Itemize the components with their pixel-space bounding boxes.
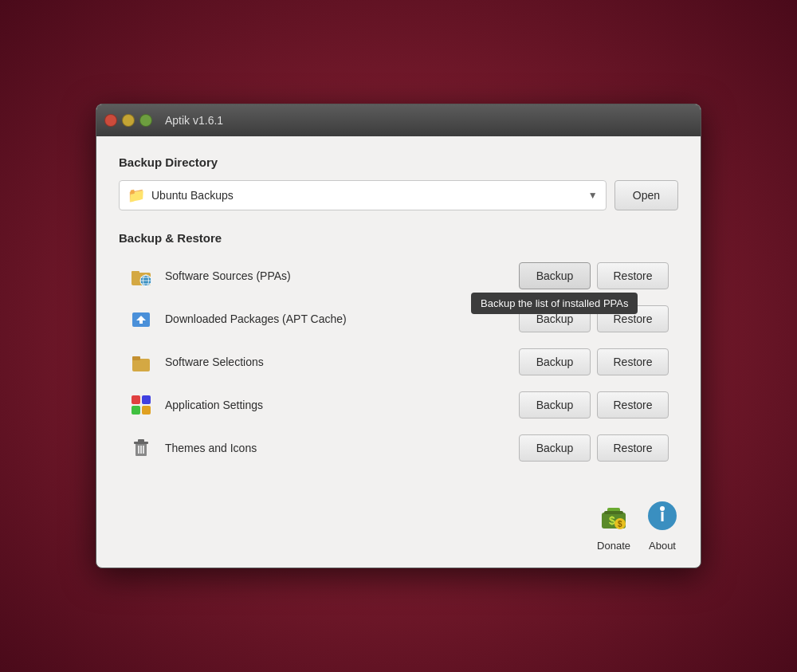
downloaded-packages-label: Downloaded Packages (APT Cache) [165,312,519,325]
software-selections-label: Software Selections [165,356,519,368]
svg-rect-14 [132,406,140,415]
application-settings-restore-button[interactable]: Restore [597,391,669,419]
list-item: Downloaded Packages (APT Cache) Backup R… [119,299,678,339]
svg-rect-15 [142,406,151,415]
svg-rect-10 [132,359,150,371]
minimize-button[interactable] [122,114,135,127]
donate-icon: $ $ [598,500,630,536]
svg-rect-11 [132,356,140,360]
themes-icons-buttons: Backup Restore [519,434,669,462]
application-settings-icon [128,392,154,418]
list-item: Software Sources (PPAs) Backup Backup th… [119,256,678,296]
chevron-down-icon: ▼ [588,190,598,201]
software-selections-restore-button[interactable]: Restore [597,348,669,375]
list-item: Themes and Icons Backup Restore [119,428,678,468]
window-title: Aptik v1.6.1 [165,114,223,127]
svg-point-30 [660,506,665,511]
donate-label: Donate [597,540,630,552]
downloaded-packages-restore-button[interactable]: Restore [597,305,669,332]
software-sources-icon [128,263,154,289]
titlebar: Aptik v1.6.1 [96,104,701,136]
content-area: Backup Directory 📁 Ubuntu Backups ▼ Open… [96,136,701,487]
backup-directory-row: 📁 Ubuntu Backups ▼ Open [119,180,678,210]
backup-restore-title: Backup & Restore [119,231,678,245]
svg-text:$: $ [618,520,622,529]
application-settings-buttons: Backup Restore [519,391,669,419]
downloaded-packages-backup-button[interactable]: Backup [519,305,591,332]
about-label: About [649,540,676,552]
donate-button[interactable]: $ $ Donate [597,500,630,552]
svg-rect-13 [142,395,151,404]
software-selections-buttons: Backup Restore [519,348,669,375]
items-list: Software Sources (PPAs) Backup Backup th… [119,256,678,468]
svg-rect-1 [132,271,139,274]
folder-icon: 📁 [128,187,145,204]
backup-directory-title: Backup Directory [119,155,678,169]
dropdown-value: Ubuntu Backups [151,189,588,202]
downloaded-packages-icon [128,306,154,332]
software-sources-backup-button[interactable]: Backup [519,262,591,289]
themes-icons-restore-button[interactable]: Restore [597,434,669,462]
software-sources-label: Software Sources (PPAs) [165,269,519,282]
downloaded-packages-buttons: Backup Restore [519,305,669,332]
about-icon: i [646,500,678,536]
about-button[interactable]: i About [646,500,678,552]
svg-rect-12 [132,395,140,404]
application-settings-label: Application Settings [165,399,519,411]
application-settings-backup-button[interactable]: Backup [519,391,591,419]
software-sources-buttons: Backup Backup the list of installed PPAs… [519,262,669,289]
open-button[interactable]: Open [614,180,678,210]
software-sources-restore-button[interactable]: Restore [597,262,669,289]
titlebar-buttons [104,114,152,127]
svg-text:$: $ [609,514,615,527]
themes-icons-backup-button[interactable]: Backup [519,434,591,462]
maximize-button[interactable] [139,114,152,127]
themes-icons-icon [128,435,154,461]
list-item: Application Settings Backup Restore [119,385,678,425]
themes-icons-label: Themes and Icons [165,442,519,454]
close-button[interactable] [104,114,117,127]
footer: $ $ Donate i About [96,487,701,568]
svg-rect-9 [139,320,143,324]
svg-rect-18 [138,439,144,442]
main-window: Aptik v1.6.1 Backup Directory 📁 Ubuntu B… [96,104,701,568]
software-selections-icon [128,349,154,375]
software-selections-backup-button[interactable]: Backup [519,348,591,375]
backup-tooltip-wrapper: Backup Backup the list of installed PPAs [519,262,591,289]
list-item: Software Selections Backup Restore [119,342,678,382]
backup-directory-dropdown[interactable]: 📁 Ubuntu Backups ▼ [119,180,607,210]
